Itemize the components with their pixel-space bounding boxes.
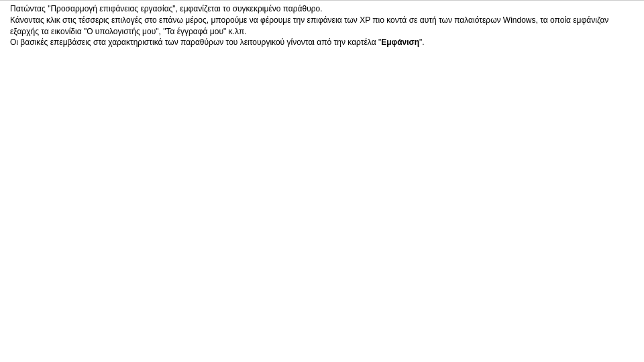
bottom-text-static: Οι βασικές επεμβάσεις στα χαρακτηριστικά… [10,38,381,47]
page-wrapper: Σε αυτό το σημείο επιλέγουμε την εικόνα … [0,0,644,362]
middle-text-2: Κάνοντας κλικ στις τέσσερις επιλογές στο… [10,15,634,38]
efmfanisi-text: Εμφάνιση [381,38,419,47]
bottom-section: Πατώντας "Προσαρμογή επιφάνειας εργασίας… [0,0,644,362]
bottom-para: Οι βασικές επεμβάσεις στα χαρακτηριστικά… [10,37,634,48]
middle-text-1: Πατώντας "Προσαρμογή επιφάνειας εργασίας… [10,3,634,15]
bottom-text-end: ". [419,38,425,47]
